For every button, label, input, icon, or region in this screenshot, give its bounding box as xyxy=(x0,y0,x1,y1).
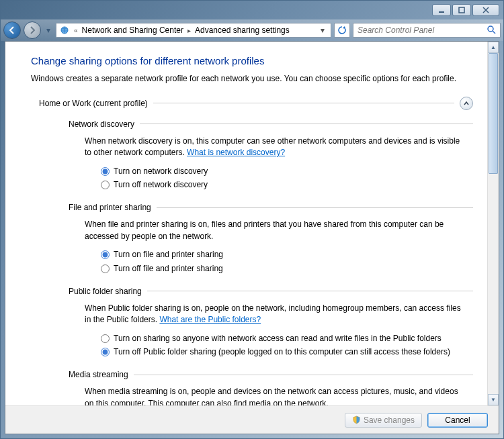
radio-group-public-folder: Turn on sharing so anyone with network a… xyxy=(85,333,465,358)
address-bar[interactable]: « Network and Sharing Center ▸ Advanced … xyxy=(56,23,331,38)
maximize-button[interactable] xyxy=(452,4,471,16)
save-changes-button[interactable]: Save changes xyxy=(345,413,422,428)
scroll-down-button[interactable]: ▼ xyxy=(488,394,499,405)
help-link-public-folders[interactable]: What are the Public folders? xyxy=(159,315,261,324)
section-media-streaming: Media streaming When media streaming is … xyxy=(31,370,473,405)
control-panel-window: ▾ « Network and Sharing Center ▸ Advance… xyxy=(0,0,504,439)
scroll-up-button[interactable]: ▲ xyxy=(488,42,499,53)
section-description: When network discovery is on, this compu… xyxy=(85,136,465,159)
svg-rect-0 xyxy=(439,11,444,13)
divider xyxy=(147,291,473,291)
divider xyxy=(134,375,473,375)
section-network-discovery: Network discovery When network discovery… xyxy=(31,119,473,191)
vertical-scrollbar[interactable]: ▲ ▼ xyxy=(487,42,499,405)
titlebar xyxy=(1,1,503,19)
radio-input[interactable] xyxy=(101,250,110,259)
divider xyxy=(157,207,473,208)
page-title: Change sharing options for different net… xyxy=(31,55,473,66)
nav-history-dropdown[interactable]: ▾ xyxy=(44,23,53,37)
close-button[interactable] xyxy=(472,4,499,16)
radio-input[interactable] xyxy=(101,334,110,343)
profile-header: Home or Work (current profile) xyxy=(31,97,473,110)
svg-point-3 xyxy=(488,26,493,32)
refresh-button[interactable] xyxy=(334,23,350,38)
radio-file-printer-off[interactable]: Turn off file and printer sharing xyxy=(101,263,465,275)
breadcrumb-network-center[interactable]: Network and Sharing Center xyxy=(82,26,183,35)
radio-network-discovery-on[interactable]: Turn on network discovery xyxy=(101,166,465,177)
section-title: Public folder sharing xyxy=(69,287,142,296)
page-description: Windows creates a separate network profi… xyxy=(31,73,473,85)
radio-network-discovery-off[interactable]: Turn off network discovery xyxy=(101,179,465,191)
section-title: Media streaming xyxy=(69,370,128,379)
breadcrumb-advanced-sharing[interactable]: Advanced sharing settings xyxy=(195,26,290,35)
scroll-thumb[interactable] xyxy=(489,53,498,174)
navigation-bar: ▾ « Network and Sharing Center ▸ Advance… xyxy=(1,19,503,41)
section-description: When Public folder sharing is on, people… xyxy=(85,303,465,326)
shield-icon xyxy=(352,416,361,424)
radio-input[interactable] xyxy=(101,264,110,273)
svg-rect-1 xyxy=(459,7,464,13)
radio-public-folder-on[interactable]: Turn on sharing so anyone with network a… xyxy=(101,333,465,344)
section-file-printer-sharing: File and printer sharing When file and p… xyxy=(31,203,473,275)
network-icon xyxy=(59,26,70,35)
section-public-folder-sharing: Public folder sharing When Public folder… xyxy=(31,287,473,358)
search-icon[interactable] xyxy=(487,25,497,36)
minimize-button[interactable] xyxy=(432,4,451,16)
radio-public-folder-off[interactable]: Turn off Public folder sharing (people l… xyxy=(101,346,465,358)
section-title: Network discovery xyxy=(69,119,134,129)
radio-input[interactable] xyxy=(101,167,110,176)
breadcrumb-root-chevron[interactable]: « xyxy=(73,27,79,34)
section-title: File and printer sharing xyxy=(69,203,151,212)
back-button[interactable] xyxy=(3,21,21,39)
divider xyxy=(153,103,454,103)
breadcrumb-chevron-icon[interactable]: ▸ xyxy=(186,27,192,34)
divider xyxy=(140,124,473,124)
address-bar-dropdown[interactable]: ▾ xyxy=(317,26,328,35)
radio-group-file-printer: Turn on file and printer sharing Turn of… xyxy=(85,249,465,275)
section-description: When file and printer sharing is on, fil… xyxy=(85,219,465,242)
cancel-button[interactable]: Cancel xyxy=(427,413,488,428)
search-input[interactable] xyxy=(356,25,487,36)
radio-input[interactable] xyxy=(101,181,110,189)
search-box[interactable] xyxy=(353,23,501,38)
button-bar: Save changes Cancel xyxy=(5,405,499,434)
content-area: Change sharing options for different net… xyxy=(5,41,499,434)
profile-label: Home or Work (current profile) xyxy=(39,99,148,108)
forward-button[interactable] xyxy=(24,21,41,39)
radio-group-network-discovery: Turn on network discovery Turn off netwo… xyxy=(85,166,465,191)
section-description: When media streaming is on, people and d… xyxy=(85,386,465,405)
radio-file-printer-on[interactable]: Turn on file and printer sharing xyxy=(101,249,465,260)
collapse-button[interactable] xyxy=(460,97,473,110)
radio-input[interactable] xyxy=(101,348,110,356)
help-link-network-discovery[interactable]: What is network discovery? xyxy=(187,148,285,157)
scroll-region: Change sharing options for different net… xyxy=(5,42,499,405)
scroll-track[interactable] xyxy=(488,53,499,394)
